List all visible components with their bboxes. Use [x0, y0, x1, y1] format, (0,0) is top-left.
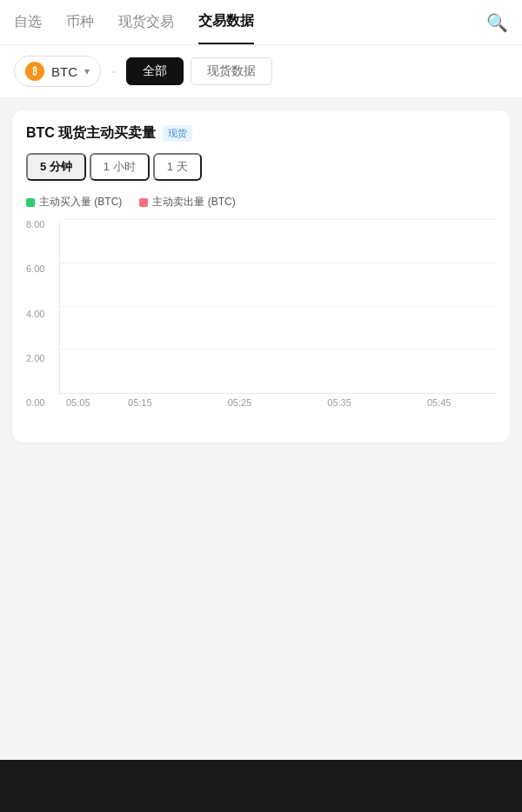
- grid-line-4: [60, 306, 496, 307]
- grid-line-2: [60, 349, 496, 349]
- y-label-4: 4.00: [26, 309, 44, 319]
- spot-badge: 现货: [163, 125, 192, 142]
- x-label: 05:25: [190, 397, 290, 408]
- all-button[interactable]: 全部: [126, 57, 184, 85]
- main-content: BTC 现货主动买卖量 现货 5 分钟 1 小时 1 天 主动买入量 (BTC)…: [0, 98, 522, 455]
- grid-line-8: [60, 219, 496, 220]
- y-label-2: 2.00: [26, 354, 44, 363]
- chart-container: 0.00 2.00 4.00 6.00 8.00 05:0505:1505:25…: [26, 220, 496, 429]
- buy-color-indicator: [26, 198, 35, 207]
- y-label-6: 6.00: [26, 264, 44, 274]
- card-title: BTC 现货主动买卖量: [26, 124, 156, 143]
- x-label: 05:05: [66, 397, 90, 408]
- search-icon[interactable]: 🔍: [486, 12, 508, 33]
- sell-color-indicator: [139, 198, 148, 207]
- x-label: 05:15: [90, 397, 191, 408]
- time-tab-1hour[interactable]: 1 小时: [90, 153, 150, 181]
- nav-item-trade-data[interactable]: 交易数据: [198, 0, 254, 44]
- card-title-row: BTC 现货主动买卖量 现货: [26, 124, 496, 143]
- legend-sell-label: 主动卖出量 (BTC): [152, 195, 235, 210]
- time-tabs: 5 分钟 1 小时 1 天: [26, 153, 496, 181]
- time-tab-1day[interactable]: 1 天: [153, 153, 202, 181]
- legend-sell: 主动卖出量 (BTC): [139, 195, 235, 210]
- type-buttons: 全部 现货数据: [126, 57, 272, 85]
- nav-item-spot-trade[interactable]: 现货交易: [118, 1, 174, 43]
- bars-wrapper: [60, 220, 496, 393]
- y-label-8: 8.00: [26, 220, 44, 230]
- y-axis: 0.00 2.00 4.00 6.00 8.00: [26, 220, 44, 408]
- filter-bar: ₿ BTC ▾ · 全部 现货数据: [0, 45, 522, 98]
- x-label: 05:45: [389, 397, 489, 408]
- legend-buy: 主动买入量 (BTC): [26, 195, 122, 210]
- nav-item-coin[interactable]: 币种: [66, 1, 94, 43]
- divider: ·: [111, 63, 116, 81]
- grid-line-6: [60, 263, 496, 263]
- spot-data-button[interactable]: 现货数据: [191, 57, 272, 85]
- coin-label: BTC: [51, 64, 77, 79]
- legend: 主动买入量 (BTC) 主动卖出量 (BTC): [26, 195, 496, 210]
- x-axis: 05:0505:1505:2505:3505:45: [59, 397, 496, 408]
- nav-item-watchlist[interactable]: 自选: [14, 1, 42, 43]
- btc-icon: ₿: [25, 62, 44, 81]
- x-label: 05:35: [290, 397, 390, 408]
- bottom-bar: [0, 760, 522, 812]
- coin-selector[interactable]: ₿ BTC ▾: [14, 56, 101, 87]
- legend-buy-label: 主动买入量 (BTC): [39, 195, 122, 210]
- y-label-0: 0.00: [26, 398, 44, 408]
- chevron-down-icon: ▾: [84, 65, 90, 77]
- nav-items: 自选 币种 现货交易 交易数据: [14, 0, 486, 44]
- btc-trade-volume-card: BTC 现货主动买卖量 现货 5 分钟 1 小时 1 天 主动买入量 (BTC)…: [12, 110, 510, 443]
- chart-area: [59, 220, 496, 394]
- top-navigation: 自选 币种 现货交易 交易数据 🔍: [0, 0, 522, 45]
- time-tab-5min[interactable]: 5 分钟: [26, 153, 86, 181]
